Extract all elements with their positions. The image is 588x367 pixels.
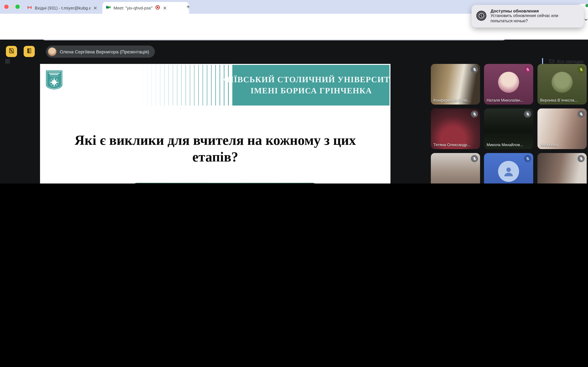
university-shield-logo [45,70,63,92]
participant-name: Наталя Миколаївн... [487,98,524,103]
shared-presentation: КИЇВСЬКИЙ СТОЛИЧНИЙ УНІВЕРСИТЕТ ІМЕНІ БО… [40,64,390,184]
presenter-pill[interactable]: Олена Сергіївна Вернигора (Презентація) [46,46,155,58]
door-open-icon [26,48,33,55]
close-tab-icon[interactable]: ✕ [163,5,167,10]
bookmarks-bar: Все закладки [0,28,588,40]
participant-name: Конференція Сухо... [433,98,471,103]
avatar [498,72,519,93]
participant-tile[interactable]: Катерина Валенти... [431,153,480,184]
notification-body-line1: Установить обновления сейчас или [491,14,558,19]
mic-off-icon [578,110,585,118]
mic-off-icon [524,66,531,73]
bookmarks-divider [542,58,543,65]
minimize-window-button[interactable] [10,5,14,9]
recording-indicator-icon [155,5,160,11]
system-notification[interactable]: Доступны обновления Установить обновлени… [472,5,584,27]
slide-title: Які є виклики для вчителя на кожному з ц… [40,132,390,166]
participant-tile[interactable]: Наталя Миколаївн... [484,64,533,105]
presence-dot [585,4,588,7]
participant-tile[interactable]: Тетяна Олександр... [431,108,480,149]
all-bookmarks-label: Все закладки [557,59,583,64]
participant-tile[interactable]: Олександрійськи... [484,153,533,184]
university-name-line1: КИЇВСЬКИЙ СТОЛИЧНИЙ УНІВЕРСИТЕТ [221,75,390,84]
participant-tile[interactable]: Вероніка В`ячесла... [537,64,587,105]
participant-name: Микола Михайлов... [487,142,523,147]
tab-title: Meet: "yix-qhvd-pse" [113,5,153,10]
zoom-window-button[interactable] [15,5,20,9]
close-window-button[interactable] [4,5,9,9]
apps-grid-icon[interactable] [5,58,10,66]
participant-name: Вероніка В`ячесла... [540,98,578,103]
tab-gmail[interactable]: Вхідні (931) - t.miyer@kubg.e ✕ [24,2,108,14]
meet-icon [106,5,111,11]
mic-off-icon [471,155,478,162]
mic-off-icon [471,110,478,118]
presenter-avatar [48,47,56,56]
chevron-down-icon[interactable] [584,17,588,23]
tab-meet[interactable]: Meet: "yix-qhvd-pse" ✕ [102,2,189,14]
mic-off-icon [578,155,585,162]
participant-tile[interactable]: zenxxxtsu [537,108,587,149]
university-name-line2: ІМЕНІ БОРИСА ГРІНЧЕНКА [251,86,372,95]
slide-image-teacher [130,183,319,184]
mic-off-icon [578,66,585,73]
avatar [498,161,519,182]
slide-university-header: КИЇВСЬКИЙ СТОЛИЧНИЙ УНІВЕРСИТЕТ ІМЕНІ БО… [233,65,389,106]
participant-tile[interactable]: Конференція Сухо... [431,64,480,105]
participant-tile[interactable]: Микола Михайлов... [484,108,533,149]
leave-room-warning-button[interactable] [24,46,35,57]
gmail-icon [27,5,32,11]
new-tab-button[interactable]: + [186,3,190,10]
screen: Вхідні (931) - t.miyer@kubg.e ✕ Meet: "y… [0,0,588,184]
participant-tile[interactable]: Шевченко Вікторія [537,153,587,184]
mic-off-icon [471,66,478,73]
participant-name: Тетяна Олександр... [433,142,471,147]
mic-off-icon [524,110,531,118]
system-settings-gear-icon [476,10,487,23]
participant-name: zenxxxtsu [540,142,558,147]
slide-stripes-decoration [138,65,233,106]
tab-title: Вхідні (931) - t.miyer@kubg.e [35,5,91,10]
close-tab-icon[interactable]: ✕ [93,5,97,10]
avatar [552,72,573,93]
mic-off-icon [524,155,531,162]
presenter-name: Олена Сергіївна Вернигора (Презентація) [60,49,149,54]
notification-title: Доступны обновления [491,9,558,14]
effects-warning-button[interactable] [6,46,17,57]
notification-body-line2: попытаться ночью? [491,19,558,24]
effects-icon [8,48,15,55]
